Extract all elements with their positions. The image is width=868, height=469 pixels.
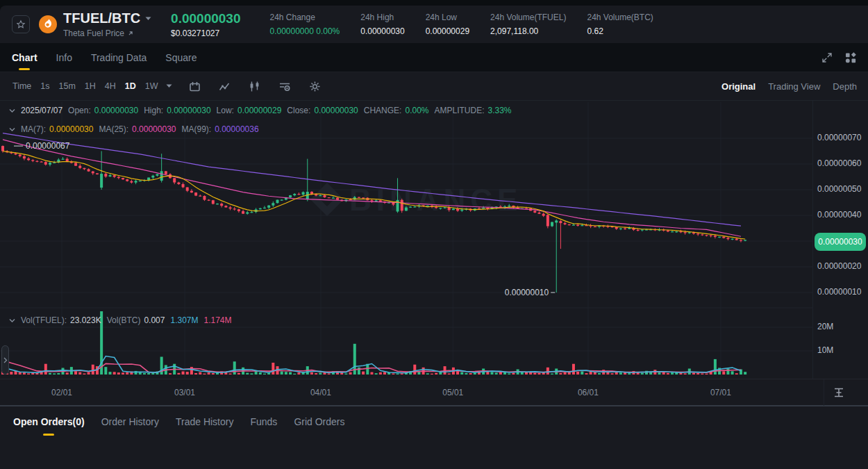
- x-axis-label: 03/01: [167, 388, 202, 397]
- price-axis-label: 0.00000010: [817, 287, 861, 297]
- x-axis-label: 05/01: [435, 388, 470, 397]
- page-tabs: Chart Info Trading Data Square: [0, 43, 868, 72]
- time-axis[interactable]: 02/01 03/01 04/01 05/01 06/01 07/01: [0, 379, 868, 405]
- line-chart-icon[interactable]: [219, 81, 231, 92]
- orders-panel: Open Orders(0) Order History Trade Histo…: [0, 405, 868, 469]
- interval-1d[interactable]: 1D: [125, 81, 136, 91]
- tab-grid-orders[interactable]: Grid Orders: [294, 416, 344, 436]
- interval-1s[interactable]: 1s: [40, 81, 49, 91]
- svg-text:BINANCE: BINANCE: [349, 183, 522, 217]
- ohlc-low: 0.00000029: [237, 106, 281, 115]
- stat-24h-volume-tfuel: 24h Volume(TFUEL) 2,097,118.00: [490, 13, 566, 36]
- symbol-selector[interactable]: TFUEL/BTC: [63, 10, 151, 26]
- interval-time-label[interactable]: Time: [12, 81, 31, 91]
- x-axis-label: 07/01: [703, 388, 738, 397]
- axis-divider: [824, 379, 824, 406]
- ohlc-high: 0.00000030: [167, 106, 210, 115]
- price-axis-label: 0.00000060: [817, 158, 861, 168]
- tab-square[interactable]: Square: [165, 45, 197, 70]
- price-axis-label: 0.00000040: [817, 210, 861, 220]
- view-trading-view[interactable]: Trading View: [768, 81, 820, 92]
- stat-24h-high: 24h High 0.00000030: [360, 13, 404, 36]
- last-price-badge: 0.00000030: [815, 233, 866, 251]
- vol-ma2-value: 1.174M: [203, 315, 231, 325]
- usd-price: $0.03271027: [171, 28, 240, 38]
- vol-tfuel-value: 23.023K: [70, 315, 101, 325]
- x-axis-label: 04/01: [303, 388, 338, 397]
- price-axis[interactable]: 0.00000070 0.00000060 0.00000050 0.00000…: [812, 101, 868, 379]
- view-original[interactable]: Original: [721, 81, 756, 92]
- tab-order-history[interactable]: Order History: [101, 416, 159, 436]
- ohlc-open: 0.00000030: [94, 106, 138, 115]
- interval-dropdown-caret-icon[interactable]: [166, 84, 172, 88]
- ma25-value: 0.00000030: [132, 124, 176, 134]
- interval-4h[interactable]: 4H: [105, 81, 116, 91]
- ticker-stats: 24h Change 0.00000000 0.00% 24h High 0.0…: [269, 13, 653, 36]
- tab-trading-data[interactable]: Trading Data: [91, 45, 147, 70]
- pair-header: TFUEL/BTC Theta Fuel Price 0.00000030 $0…: [0, 6, 868, 43]
- tab-info[interactable]: Info: [56, 45, 72, 70]
- last-price: 0.00000030: [171, 11, 240, 26]
- vol-ma1-value: 1.307M: [170, 315, 198, 325]
- expand-icon[interactable]: [821, 51, 833, 64]
- star-icon: [16, 19, 26, 29]
- view-depth[interactable]: Depth: [833, 81, 857, 92]
- svg-text:0.00000010: 0.00000010: [505, 288, 549, 297]
- tfuel-coin-logo: [39, 15, 57, 33]
- candlestick-chart: BINANCE0.000000670.00000010: [0, 101, 812, 379]
- interval-1w[interactable]: 1W: [145, 81, 158, 91]
- volume-info-row: Vol(TFUEL):23.023K Vol(BTC)0.007 1.307M …: [9, 315, 232, 325]
- candlestick-icon[interactable]: [249, 81, 260, 92]
- price-axis-label: 0.00000050: [817, 184, 861, 194]
- chevron-down-icon: [145, 17, 151, 21]
- ohlc-amplitude: 3.33%: [488, 106, 512, 115]
- panel-expand-handle[interactable]: [1, 345, 9, 375]
- volume-axis-label: 20M: [817, 322, 833, 331]
- ohlc-close: 0.00000030: [314, 106, 358, 115]
- indicators-icon[interactable]: [278, 81, 291, 92]
- tab-open-orders[interactable]: Open Orders(0): [13, 416, 85, 436]
- tab-chart[interactable]: Chart: [12, 45, 37, 70]
- pair-subtitle: Theta Fuel Price: [63, 28, 124, 38]
- ohlc-date: 2025/07/07: [21, 106, 62, 115]
- stat-24h-change: 24h Change 0.00000000 0.00%: [269, 13, 340, 36]
- gear-icon[interactable]: [309, 81, 321, 92]
- favorite-star-button[interactable]: [12, 15, 30, 33]
- collapse-chevron-icon[interactable]: [9, 318, 15, 323]
- chart-view-switcher: Original Trading View Depth: [721, 81, 857, 92]
- chevron-right-icon: [3, 357, 8, 363]
- ma-info-row: MA(7):0.00000030 MA(25):0.00000030 MA(99…: [9, 124, 259, 134]
- chart-canvas[interactable]: BINANCE0.000000670.00000010 2025/07/07 O…: [0, 101, 868, 405]
- scale-adjust-icon[interactable]: [832, 386, 846, 400]
- layout-grid-icon[interactable]: [844, 51, 857, 64]
- stat-24h-volume-btc: 24h Volume(BTC) 0.62: [587, 13, 653, 36]
- ohlc-info-row: 2025/07/07 Open:0.00000030 High:0.000000…: [9, 106, 512, 115]
- stat-24h-low: 24h Low 0.00000029: [426, 13, 469, 36]
- tab-funds[interactable]: Funds: [250, 416, 277, 436]
- chart-style-icon[interactable]: [189, 81, 201, 92]
- price-axis-label: 0.00000020: [817, 261, 861, 271]
- external-link-icon[interactable]: [127, 30, 134, 37]
- price-axis-label: 0.00000070: [817, 133, 861, 142]
- x-axis-label: 06/01: [571, 388, 606, 397]
- chart-toolbar: Time 1s 15m 1H 4H 1D 1W: [0, 72, 868, 101]
- collapse-chevron-icon[interactable]: [9, 108, 15, 113]
- orders-tabs: Open Orders(0) Order History Trade Histo…: [0, 406, 868, 436]
- svg-text:0.00000067: 0.00000067: [26, 141, 70, 151]
- x-axis-label: 02/01: [44, 388, 79, 397]
- pair-symbol: TFUEL/BTC: [63, 10, 140, 26]
- tab-trade-history[interactable]: Trade History: [176, 416, 234, 436]
- ma99-value: 0.00000036: [215, 124, 258, 134]
- ma7-value: 0.00000030: [49, 124, 93, 134]
- chart-card: Time 1s 15m 1H 4H 1D 1W: [0, 72, 868, 405]
- volume-axis-label: 10M: [817, 345, 833, 355]
- interval-1h[interactable]: 1H: [85, 81, 96, 91]
- interval-15m[interactable]: 15m: [59, 81, 76, 91]
- vol-btc-value: 0.007: [144, 315, 165, 325]
- collapse-chevron-icon[interactable]: [9, 127, 15, 132]
- ohlc-change: 0.00%: [405, 106, 428, 115]
